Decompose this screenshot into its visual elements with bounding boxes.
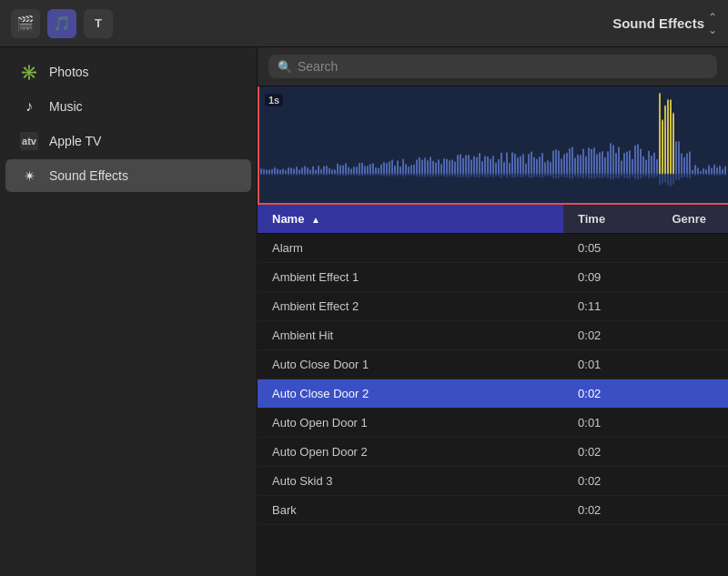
music-icon: ♪ xyxy=(20,97,38,116)
cell-time: 0:02 xyxy=(563,379,657,409)
table-row[interactable]: Auto Skid 30:02 xyxy=(258,467,728,496)
cell-time: 0:05 xyxy=(563,234,657,263)
right-panel: 🔍 1s Name ▲ Time xyxy=(258,47,728,576)
title-icon[interactable]: T xyxy=(84,9,113,38)
table-row[interactable]: Ambient Hit0:02 xyxy=(258,321,728,350)
film-icon[interactable]: 🎬 xyxy=(11,9,40,38)
table-row[interactable]: Alarm0:05 xyxy=(258,234,728,263)
main-content: ✳️ Photos ♪ Music atv Apple TV ✴ Sound E… xyxy=(0,47,728,576)
cell-time: 0:11 xyxy=(563,292,657,321)
cell-genre xyxy=(657,438,728,467)
table-row[interactable]: Auto Open Door 20:02 xyxy=(258,438,728,467)
cell-genre xyxy=(657,350,728,379)
cell-time: 0:02 xyxy=(563,496,657,525)
table-row[interactable]: Auto Close Door 10:01 xyxy=(258,350,728,379)
apple-tv-icon: atv xyxy=(20,132,38,150)
table-row[interactable]: Auto Open Door 10:01 xyxy=(258,409,728,438)
cell-time: 0:02 xyxy=(563,467,657,496)
chevron-up-down-icon: ⌃⌄ xyxy=(708,11,717,36)
cell-time: 0:01 xyxy=(563,350,657,379)
sidebar-item-sound-effects[interactable]: ✴ Sound Effects xyxy=(5,159,251,192)
sound-effects-icon: ✴ xyxy=(20,167,38,185)
cell-time: 0:09 xyxy=(563,263,657,292)
music-note-icon[interactable]: 🎵 xyxy=(47,9,76,38)
sidebar-item-apple-tv[interactable]: atv Apple TV xyxy=(5,125,251,157)
toolbar-title: Sound Effects xyxy=(612,15,704,31)
cell-time: 0:02 xyxy=(563,321,657,350)
table-header-row: Name ▲ Time Genre xyxy=(258,205,728,234)
search-input[interactable] xyxy=(298,59,708,74)
table-row[interactable]: Auto Close Door 20:02 xyxy=(258,379,728,409)
cell-genre xyxy=(657,234,728,263)
sound-effects-table: Name ▲ Time Genre Alarm0:05Ambient Effec… xyxy=(258,205,728,525)
search-bar: 🔍 xyxy=(258,47,728,86)
search-container: 🔍 xyxy=(268,55,717,78)
toolbar-title-dropdown[interactable]: Sound Effects ⌃⌄ xyxy=(612,11,717,36)
table-row[interactable]: Ambient Effect 10:09 xyxy=(258,263,728,292)
column-header-time[interactable]: Time xyxy=(563,205,657,234)
cell-genre xyxy=(657,467,728,496)
waveform-canvas xyxy=(258,86,728,203)
photos-icon: ✳️ xyxy=(20,63,38,81)
cell-name: Ambient Effect 2 xyxy=(258,292,563,321)
cell-genre xyxy=(657,409,728,438)
table-body: Alarm0:05Ambient Effect 10:09Ambient Eff… xyxy=(258,234,728,525)
cell-name: Auto Skid 3 xyxy=(258,467,563,496)
sidebar: ✳️ Photos ♪ Music atv Apple TV ✴ Sound E… xyxy=(0,47,258,576)
cell-name: Auto Close Door 2 xyxy=(258,379,563,409)
sidebar-item-apple-tv-label: Apple TV xyxy=(49,134,101,148)
table-row[interactable]: Ambient Effect 20:11 xyxy=(258,292,728,321)
cell-name: Bark xyxy=(258,496,563,525)
sidebar-item-music-label: Music xyxy=(49,99,83,114)
cell-name: Ambient Effect 1 xyxy=(258,263,563,292)
waveform-time-label: 1s xyxy=(265,94,283,106)
search-icon: 🔍 xyxy=(278,60,292,74)
sidebar-item-sound-effects-label: Sound Effects xyxy=(49,168,128,183)
column-header-name[interactable]: Name ▲ xyxy=(258,205,563,234)
toolbar: 🎬 🎵 T Sound Effects ⌃⌄ xyxy=(0,0,728,47)
cell-genre xyxy=(657,321,728,350)
cell-genre xyxy=(657,263,728,292)
cell-time: 0:02 xyxy=(563,438,657,467)
sidebar-item-photos[interactable]: ✳️ Photos xyxy=(5,56,251,88)
cell-genre xyxy=(657,496,728,525)
table-row[interactable]: Bark0:02 xyxy=(258,496,728,525)
cell-name: Ambient Hit xyxy=(258,321,563,350)
sidebar-item-music[interactable]: ♪ Music xyxy=(5,90,251,123)
cell-genre xyxy=(657,379,728,409)
cell-name: Auto Open Door 2 xyxy=(258,438,563,467)
cell-time: 0:01 xyxy=(563,409,657,438)
sound-effects-table-container[interactable]: Name ▲ Time Genre Alarm0:05Ambient Effec… xyxy=(258,205,728,576)
toolbar-icons: 🎬 🎵 T xyxy=(11,9,113,38)
sort-asc-icon: ▲ xyxy=(311,215,320,225)
cell-name: Alarm xyxy=(258,234,563,263)
sidebar-item-photos-label: Photos xyxy=(49,65,89,79)
waveform-display: 1s xyxy=(258,86,728,205)
cell-name: Auto Close Door 1 xyxy=(258,350,563,379)
cell-genre xyxy=(657,292,728,321)
cell-name: Auto Open Door 1 xyxy=(258,409,563,438)
column-header-genre[interactable]: Genre xyxy=(657,205,728,234)
